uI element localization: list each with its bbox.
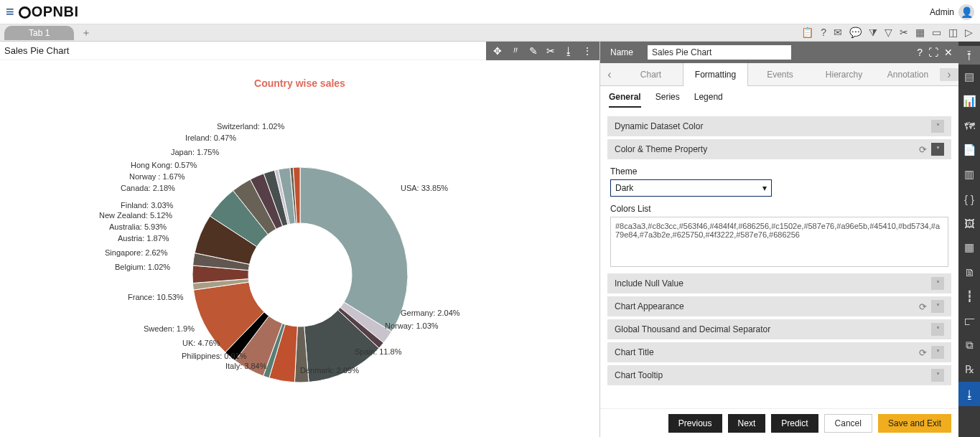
slice-label: Singapore: 2.62%	[105, 248, 167, 257]
rail-map-icon[interactable]: 🗺	[958, 113, 980, 138]
tabs-next-icon[interactable]: ›	[940, 68, 958, 81]
sub-tabs: General Series Legend	[600, 86, 958, 108]
subtab-legend[interactable]: Legend	[694, 92, 723, 108]
refresh-icon[interactable]: ⟳	[919, 144, 927, 155]
rail-image-icon[interactable]: 🖼	[958, 211, 980, 235]
section-chart-appearance[interactable]: Chart Appearance ⟳ ˅	[607, 296, 951, 316]
clipboard-icon[interactable]: 📋	[801, 27, 813, 39]
add-tab-icon[interactable]: ＋	[81, 27, 91, 39]
collapse-icon[interactable]: ⭱	[958, 46, 980, 65]
section-separator[interactable]: Global Thousand and Decimal Separator ˅	[607, 319, 951, 339]
slice-label: Germany: 2.04%	[401, 309, 460, 317]
tab-strip: Tab 1 ＋ 📋 ? ✉ 💬 ⧩ ▽ ✂ ▦ ▭ ◫ ▷	[0, 24, 980, 42]
subtab-general[interactable]: General	[609, 92, 641, 108]
slice-label: Norway : 1.67%	[129, 172, 185, 181]
rail-rx-icon[interactable]: ℞	[958, 357, 980, 382]
theme-label: Theme	[610, 166, 948, 177]
close-icon[interactable]: ✕	[944, 47, 953, 58]
slice-label: Denmark: 2.09%	[300, 366, 359, 375]
section-chart-tooltip[interactable]: Chart Tooltip ˅	[607, 365, 951, 385]
theme-select[interactable]: Dark ▾	[610, 179, 772, 197]
tabs-prev-icon[interactable]: ‹	[600, 68, 619, 81]
save-button[interactable]: Save and Exit	[878, 414, 951, 433]
rail-file-icon[interactable]: 🗎	[958, 260, 980, 284]
brand-text: OPNBI	[32, 4, 79, 20]
brush-icon[interactable]: 〃	[510, 44, 521, 57]
refresh-icon[interactable]: ⟳	[919, 347, 927, 358]
cancel-button[interactable]: Cancel	[824, 414, 872, 433]
move-icon[interactable]: ✥	[493, 45, 502, 57]
tab-hierarchy[interactable]: Hierarchy	[812, 63, 876, 86]
chevron-down-icon: ˅	[931, 277, 944, 290]
filter-icon[interactable]: ▽	[885, 27, 892, 39]
expand-icon[interactable]: ⛶	[928, 47, 938, 58]
wrench-icon[interactable]: ✂	[546, 45, 555, 57]
slice-label: Switzerland: 1.02%	[217, 122, 284, 131]
chart-canvas: Sales Pie Chart ✥ 〃 ✎ ✂ ⭳ ⋮ Country wise…	[0, 42, 599, 437]
color-theme-body: Theme Dark ▾ Colors List	[607, 159, 951, 271]
hamburger-icon[interactable]: ≡	[6, 4, 14, 20]
chevron-down-icon: ˅	[931, 346, 944, 359]
theme-value: Dark	[615, 183, 633, 193]
name-input[interactable]	[648, 45, 791, 60]
rail-code-icon[interactable]: { }	[958, 187, 980, 211]
name-label: Name	[610, 47, 633, 57]
chevron-down-icon: ˅	[931, 323, 944, 336]
chevron-down-icon: ˅	[931, 300, 944, 313]
predict-button[interactable]: Predict	[771, 414, 818, 433]
grid-icon[interactable]: ▦	[915, 27, 925, 39]
panel-body: Dynamic Dataset Color ˅ Color & Theme Pr…	[600, 108, 958, 408]
section-dynamic-dataset-color[interactable]: Dynamic Dataset Color ˅	[607, 116, 951, 136]
tab-annotation[interactable]: Annotation	[876, 63, 940, 86]
rail-tree-icon[interactable]: ┇	[958, 284, 980, 309]
rail-document-icon[interactable]: 📄	[958, 138, 980, 162]
previous-button[interactable]: Previous	[668, 414, 722, 433]
slice-label: UK: 4.76%	[182, 339, 220, 347]
tab-1[interactable]: Tab 1	[4, 26, 74, 40]
comment-icon[interactable]: 💬	[849, 27, 862, 39]
panel-tabs: ‹ Chart Formatting Events Hierarchy Anno…	[600, 63, 958, 86]
layout-icon[interactable]: ◫	[948, 27, 958, 39]
rail-copy-icon[interactable]: ⧉	[958, 333, 980, 357]
colors-list-input[interactable]	[610, 217, 948, 267]
funnel-icon[interactable]: ⧩	[869, 27, 877, 39]
more-icon[interactable]: ⋮	[582, 45, 592, 57]
rail-clipboard-icon[interactable]: ▤	[958, 65, 980, 89]
tools-icon[interactable]: ✂	[900, 27, 908, 39]
section-label: Chart Appearance	[615, 301, 684, 311]
widget-title: Sales Pie Chart	[0, 45, 486, 56]
rail-analytics-icon[interactable]: ⫍	[958, 309, 980, 333]
rail-chart-icon[interactable]: 📊	[958, 89, 980, 113]
next-button[interactable]: Next	[728, 414, 766, 433]
slice-label: Canada: 2.18%	[121, 184, 175, 192]
user-avatar[interactable]: 👤	[958, 4, 974, 20]
section-label: Chart Title	[615, 347, 654, 357]
section-chart-title[interactable]: Chart Title ⟳ ˅	[607, 342, 951, 362]
panel-header: Name ? ⛶ ✕	[600, 42, 958, 63]
subtab-series[interactable]: Series	[655, 92, 680, 108]
tab-chart[interactable]: Chart	[619, 63, 683, 86]
help-icon[interactable]: ?	[821, 27, 826, 39]
slice-label: Belgium: 1.02%	[115, 263, 170, 271]
play-icon[interactable]: ▷	[965, 27, 973, 39]
mail-icon[interactable]: ✉	[834, 27, 842, 39]
slice-label: USA: 33.85%	[401, 184, 448, 192]
tab-events[interactable]: Events	[748, 63, 812, 86]
rail-download-icon[interactable]: ⭳	[958, 382, 980, 406]
screen-icon[interactable]: ▭	[932, 27, 941, 39]
section-label: Chart Tooltip	[615, 370, 663, 380]
slice-label: Finland: 3.03%	[121, 201, 173, 210]
rail-grid-icon[interactable]: ▦	[958, 235, 980, 260]
rail-page-icon[interactable]: ▥	[958, 162, 980, 187]
tab-formatting[interactable]: Formatting	[683, 63, 748, 86]
toolbar-icons: 📋 ? ✉ 💬 ⧩ ▽ ✂ ▦ ▭ ◫ ▷	[801, 27, 980, 39]
section-include-null[interactable]: Include Null Value ˅	[607, 273, 951, 293]
download-icon[interactable]: ⭳	[564, 45, 574, 57]
refresh-icon[interactable]: ⟳	[919, 301, 927, 312]
section-color-theme[interactable]: Color & Theme Property ⟳ ˅	[607, 139, 951, 159]
edit-icon[interactable]: ✎	[529, 45, 538, 57]
slice-label: Ireland: 0.47%	[185, 133, 236, 142]
help-icon[interactable]: ?	[917, 47, 923, 58]
user-name[interactable]: Admin	[930, 7, 954, 17]
chevron-up-icon: ˅	[931, 143, 944, 156]
